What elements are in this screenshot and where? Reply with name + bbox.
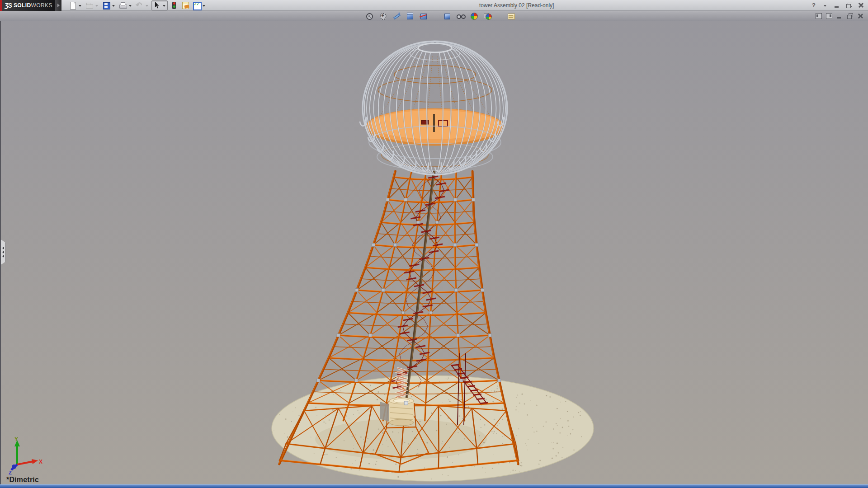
new-document-icon[interactable]	[68, 1, 77, 10]
options-icon[interactable]	[192, 1, 201, 10]
print-dropdown-caret[interactable]	[128, 2, 133, 9]
restore-button[interactable]	[845, 2, 853, 9]
zoom-to-area-icon[interactable]	[378, 12, 387, 20]
apply-scene-icon[interactable]	[483, 12, 492, 20]
edit-appearance-icon[interactable]	[470, 12, 478, 20]
3d-model-tower-assembly[interactable]	[1, 21, 868, 484]
close-button[interactable]	[857, 2, 864, 9]
rebuild-icon[interactable]	[170, 1, 179, 10]
brand-solid: SOLID	[14, 2, 31, 9]
document-minimize-button[interactable]	[836, 13, 843, 19]
title-bar: ƷS SOLIDWORKS tower Assembly 02 [Read-on…	[0, 0, 868, 11]
logo-flyout-arrow[interactable]	[55, 0, 61, 11]
previous-view-icon[interactable]	[392, 12, 401, 20]
collapse-right-panel-icon[interactable]	[826, 13, 832, 19]
collapse-left-panel-icon[interactable]	[816, 13, 822, 19]
document-close-button[interactable]	[857, 13, 863, 19]
view-orientation-label: *Dimetric	[6, 476, 39, 484]
undo-icon[interactable]	[135, 1, 144, 10]
select-dropdown-caret[interactable]	[162, 2, 167, 9]
logo-red-accent	[0, 0, 2, 11]
minimize-button[interactable]	[834, 2, 841, 9]
feature-manager-collapsed-tab[interactable]	[1, 239, 5, 265]
brand-works: WORKS	[31, 2, 52, 9]
triad-z-label: Z	[9, 470, 12, 474]
undo-dropdown-caret[interactable]	[145, 2, 150, 9]
view-settings-icon[interactable]	[507, 12, 515, 20]
select-icon[interactable]	[152, 1, 161, 10]
window-controls: ?	[810, 0, 864, 11]
file-properties-icon[interactable]	[181, 1, 190, 10]
headsup-view-toolbar	[364, 11, 516, 21]
brand-mark: ƷS	[5, 2, 12, 9]
solidworks-logo: ƷS SOLIDWORKS	[0, 0, 55, 11]
taskbar-edge[interactable]	[0, 484, 868, 488]
help-caret-icon[interactable]	[822, 2, 829, 9]
window-title: tower Assembly 02 [Read-only]	[479, 2, 554, 9]
options-dropdown-caret[interactable]	[202, 2, 207, 9]
open-dropdown-caret[interactable]	[94, 2, 99, 9]
hide-show-items-icon[interactable]	[456, 12, 465, 20]
menu-bar	[0, 11, 868, 21]
section-view-icon[interactable]	[419, 12, 428, 20]
solidworks-window: ƷS SOLIDWORKS tower Assembly 02 [Read-on…	[0, 0, 868, 488]
graphics-area[interactable]: Y X Z *Dimetric	[0, 21, 868, 484]
document-window-controls	[816, 11, 863, 21]
help-icon[interactable]: ?	[810, 2, 817, 9]
triad-y-label: Y	[14, 436, 18, 442]
view-orientation-icon[interactable]	[406, 12, 414, 20]
triad-x-label: X	[39, 459, 42, 465]
print-icon[interactable]	[118, 1, 127, 10]
document-restore-button[interactable]	[847, 13, 853, 19]
save-icon[interactable]	[102, 1, 111, 10]
new-document-dropdown-caret[interactable]	[78, 2, 83, 9]
display-style-icon[interactable]	[443, 12, 451, 20]
open-icon[interactable]	[85, 1, 94, 10]
zoom-to-fit-icon[interactable]	[365, 12, 373, 20]
standard-toolbar	[68, 0, 207, 10]
save-dropdown-caret[interactable]	[111, 2, 116, 9]
reference-triad: Y X Z	[8, 436, 43, 474]
